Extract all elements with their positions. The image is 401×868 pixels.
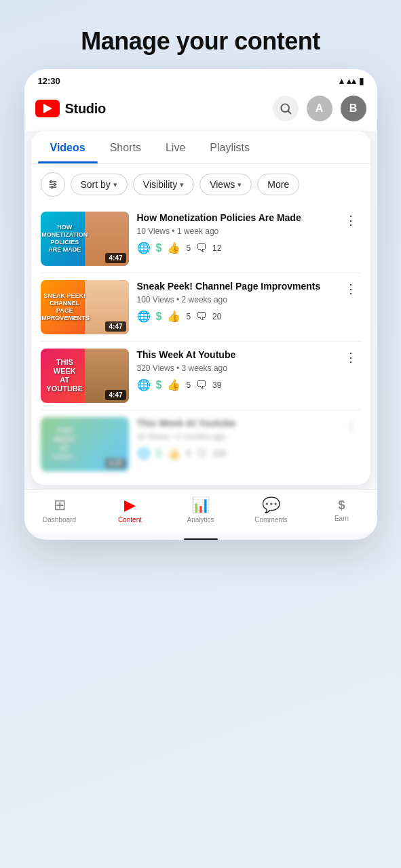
svg-line-1 (288, 111, 290, 114)
video-meta-3: 320 Views • 3 weeks ago (137, 363, 332, 373)
comments-icon: 💬 (262, 496, 280, 514)
dashboard-icon: ⊞ (54, 496, 66, 514)
comment-icon-4: 🗨 (196, 448, 207, 460)
more-button-4: ⋮ (341, 418, 361, 433)
dollar-icon-2: $ (156, 311, 162, 323)
tabs-bar: Videos Shorts Live Playlists (31, 131, 370, 164)
comment-icon-2: 🗨 (196, 311, 207, 323)
video-title-3: This Week At Youtube (137, 349, 332, 361)
thumb-up-icon-2: 👍 (167, 310, 180, 323)
video-meta-1: 10 Views • 1 week ago (137, 226, 332, 236)
yt-header: Studio A B (24, 90, 377, 131)
thumb-text-3: THIS WEEKATYOUTUBE (43, 355, 87, 397)
svg-point-7 (51, 186, 53, 189)
account-button[interactable]: A (307, 96, 332, 121)
likes-4: 5 (186, 449, 191, 458)
status-icons: ▴ ▴▴ ▮ (339, 76, 364, 86)
svg-point-5 (50, 181, 52, 183)
video-stats-1: 🌐 $ 👍 5 🗨 12 (137, 241, 332, 254)
globe-icon-3: 🌐 (137, 378, 151, 391)
visibility-filter[interactable]: Visibility ▾ (133, 174, 194, 195)
yt-logo: Studio (35, 100, 106, 117)
video-info-2: Sneak Peek! Channel Page Improvments 100… (137, 280, 332, 323)
globe-icon-1: 🌐 (137, 241, 151, 254)
sort-chevron-icon: ▾ (113, 180, 117, 189)
filter-icon-button[interactable] (41, 172, 65, 197)
nav-comments[interactable]: 💬 Comments (251, 496, 292, 524)
bottom-nav: ⊞ Dashboard ▶ Content 📊 Analytics 💬 Comm… (24, 489, 377, 533)
nav-analytics[interactable]: 📊 Analytics (180, 496, 221, 524)
video-item: THIS WEEKATYOUTUBE 4:47 This Week At You… (41, 342, 361, 410)
video-stats-2: 🌐 $ 👍 5 🗨 20 (137, 310, 332, 323)
more-button-1[interactable]: ⋮ (341, 213, 361, 228)
status-bar: 12:30 ▴ ▴▴ ▮ (24, 69, 377, 90)
video-title-4: This Week At Youtube (137, 417, 332, 429)
duration-badge-2: 4:47 (105, 321, 126, 332)
likes-2: 5 (186, 312, 191, 321)
nav-content-label: Content (118, 516, 142, 524)
nav-earn[interactable]: $ Earn (322, 498, 362, 522)
video-thumbnail-3[interactable]: THIS WEEKATYOUTUBE 4:47 (41, 349, 129, 403)
dollar-icon-3: $ (156, 379, 162, 391)
content-icon: ▶ (124, 496, 136, 514)
page-title: Manage your content (0, 0, 401, 69)
video-info-3: This Week At Youtube 320 Views • 3 weeks… (137, 349, 332, 391)
youtube-logo-icon (35, 100, 60, 117)
sort-by-filter[interactable]: Sort by ▾ (71, 174, 128, 195)
duration-badge-4: 4:47 (105, 458, 126, 469)
nav-comments-label: Comments (254, 516, 287, 524)
video-meta-2: 100 Views • 2 weeks ago (137, 295, 332, 304)
youtube-studio-label: Studio (65, 101, 106, 117)
analytics-icon: 📊 (191, 496, 210, 514)
tab-videos[interactable]: Videos (38, 131, 98, 163)
video-thumbnail-2[interactable]: SNEAK PEEK!CHANNELPAGEIMPROVEMENTS 4:47 (41, 280, 129, 334)
duration-badge-3: 4:47 (105, 390, 126, 400)
comments-1: 12 (212, 243, 221, 253)
header-actions: A B (273, 96, 366, 121)
video-info-1: How Monetization Policies Are Made 10 Vi… (137, 212, 332, 254)
video-info-4: This Week At Youtube 1k Views • 2 months… (137, 417, 332, 460)
more-button-3[interactable]: ⋮ (341, 350, 361, 365)
video-list: HOWMONETIZATIONPOLICIESARE MADE 4:47 How… (31, 205, 370, 485)
thumb-text-2: SNEAK PEEK!CHANNELPAGEIMPROVEMENTS (41, 290, 92, 324)
tab-playlists[interactable]: Playlists (197, 131, 262, 163)
thumb-up-icon-1: 👍 (167, 241, 180, 254)
nav-dashboard-label: Dashboard (43, 516, 76, 524)
video-thumbnail-1[interactable]: HOWMONETIZATIONPOLICIESARE MADE 4:47 (41, 212, 129, 266)
video-meta-4: 1k Views • 2 months ago (137, 432, 332, 441)
video-thumbnail-4: THIS WEEKATYOUT... 4:47 (41, 417, 129, 471)
signal-icon: ▴▴ (347, 76, 356, 86)
wifi-icon: ▴ (339, 76, 344, 86)
video-item: HOWMONETIZATIONPOLICIESARE MADE 4:47 How… (41, 205, 361, 273)
more-button-2[interactable]: ⋮ (341, 281, 361, 296)
comment-icon-3: 🗨 (196, 379, 207, 391)
account-button-2[interactable]: B (341, 96, 366, 121)
views-filter[interactable]: Views ▾ (199, 174, 252, 195)
battery-icon: ▮ (359, 76, 364, 86)
thumb-up-icon-3: 👍 (167, 378, 180, 391)
search-button[interactable] (273, 96, 299, 121)
comment-icon-1: 🗨 (196, 242, 207, 254)
video-title-1: How Monetization Policies Are Made (137, 212, 332, 224)
nav-content[interactable]: ▶ Content (110, 496, 151, 524)
home-indicator (184, 538, 218, 540)
duration-badge-1: 4:47 (105, 253, 126, 263)
tab-shorts[interactable]: Shorts (98, 131, 153, 163)
dollar-icon-4: $ (156, 448, 162, 460)
comments-4: 100 (212, 449, 226, 458)
comments-2: 20 (212, 312, 221, 321)
nav-analytics-label: Analytics (187, 516, 214, 524)
nav-dashboard[interactable]: ⊞ Dashboard (39, 496, 80, 524)
comments-3: 39 (212, 380, 221, 390)
nav-earn-label: Earn (335, 515, 349, 522)
tab-live[interactable]: Live (153, 131, 197, 163)
more-filter[interactable]: More (257, 174, 299, 195)
globe-icon-4: 🌐 (137, 447, 151, 460)
thumb-text-1: HOWMONETIZATIONPOLICIESARE MADE (41, 221, 91, 256)
main-card: Videos Shorts Live Playlists (31, 131, 370, 485)
earn-icon: $ (338, 498, 345, 513)
video-stats-3: 🌐 $ 👍 5 🗨 39 (137, 378, 332, 391)
svg-point-6 (54, 184, 56, 186)
video-item: SNEAK PEEK!CHANNELPAGEIMPROVEMENTS 4:47 … (41, 273, 361, 342)
thumb-text-4: THIS WEEKATYOUT... (43, 424, 87, 465)
